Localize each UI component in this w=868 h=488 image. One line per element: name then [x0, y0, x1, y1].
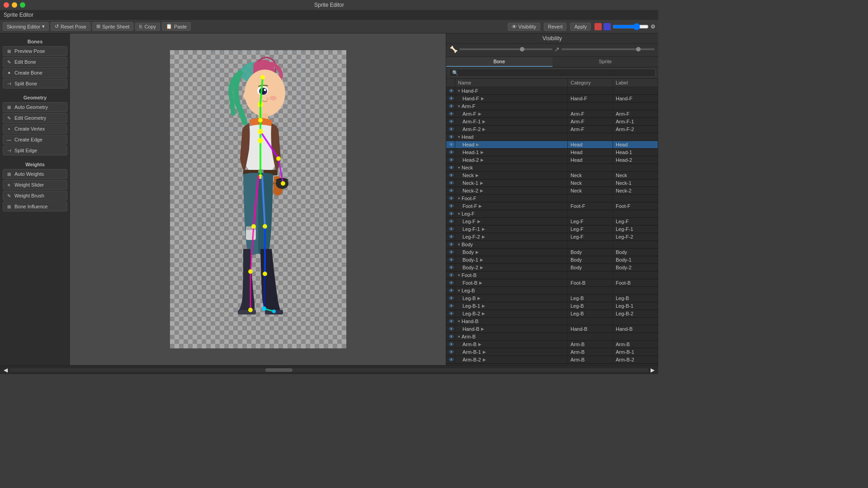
row-eye-33[interactable]: 👁	[446, 341, 455, 348]
eye-toggle-19[interactable]: 👁	[449, 234, 454, 239]
row-eye-35[interactable]: 👁	[446, 356, 455, 363]
eye-toggle-22[interactable]: 👁	[449, 257, 454, 263]
row-eye-22[interactable]: 👁	[446, 256, 455, 263]
eye-toggle-13[interactable]: 👁	[449, 188, 454, 193]
row-eye-25[interactable]: 👁	[446, 279, 455, 286]
eye-toggle-25[interactable]: 👁	[449, 280, 454, 286]
table-row[interactable]: 👁 ▾ Body	[446, 241, 658, 249]
table-row[interactable]: 👁 Arm-F-1 ▶ Arm-F Arm-F-1	[446, 118, 658, 126]
row-eye-3[interactable]: 👁	[446, 110, 455, 117]
table-row[interactable]: 👁 Head-1 ▶ Head Head-1	[446, 149, 658, 156]
eye-toggle-0[interactable]: 👁	[449, 88, 454, 94]
eye-toggle-30[interactable]: 👁	[449, 319, 454, 324]
eye-toggle-6[interactable]: 👁	[449, 134, 454, 140]
sprite-tab[interactable]: Sprite	[552, 57, 659, 67]
row-eye-0[interactable]: 👁	[446, 87, 455, 94]
eye-toggle-24[interactable]: 👁	[449, 272, 454, 278]
sprite-slider[interactable]	[561, 48, 655, 50]
eye-toggle-15[interactable]: 👁	[449, 203, 454, 209]
row-eye-7[interactable]: 👁	[446, 141, 455, 148]
row-eye-24[interactable]: 👁	[446, 272, 455, 279]
row-eye-29[interactable]: 👁	[446, 310, 455, 317]
row-eye-15[interactable]: 👁	[446, 202, 455, 210]
eye-toggle-5[interactable]: 👁	[449, 127, 454, 132]
row-eye-9[interactable]: 👁	[446, 156, 455, 164]
eye-toggle-1[interactable]: 👁	[449, 96, 454, 101]
row-eye-8[interactable]: 👁	[446, 149, 455, 156]
copy-button[interactable]: ⎘ Copy	[135, 23, 160, 31]
revert-button[interactable]: Revert	[544, 23, 566, 31]
table-row[interactable]: 👁 Head-2 ▶ Head Head-2	[446, 156, 658, 164]
row-eye-6[interactable]: 👁	[446, 133, 455, 141]
table-row[interactable]: 👁 ▾ Head	[446, 133, 658, 141]
auto-geometry-button[interactable]: ⊞ Auto Geometry	[3, 102, 67, 112]
row-eye-16[interactable]: 👁	[446, 210, 455, 217]
close-button[interactable]	[4, 2, 9, 8]
row-eye-1[interactable]: 👁	[446, 95, 455, 102]
search-input[interactable]	[449, 69, 656, 77]
table-row[interactable]: 👁 ▾ Neck	[446, 164, 658, 172]
color-swatch-blue[interactable]	[604, 23, 611, 30]
eye-toggle-34[interactable]: 👁	[449, 349, 454, 355]
table-row[interactable]: 👁 Hand-B ▶ Hand-B Hand-B	[446, 325, 658, 333]
table-row[interactable]: 👁 Leg-B ▶ Leg-B Leg-B	[446, 295, 658, 302]
eye-toggle-28[interactable]: 👁	[449, 303, 454, 309]
table-row[interactable]: 👁 Neck ▶ Neck Neck	[446, 172, 658, 179]
table-row[interactable]: 👁 Body-1 ▶ Body Body-1	[446, 256, 658, 264]
row-eye-32[interactable]: 👁	[446, 333, 455, 340]
eye-toggle-10[interactable]: 👁	[449, 165, 454, 170]
edit-bone-button[interactable]: ✎ Edit Bone	[3, 57, 67, 67]
eye-toggle-3[interactable]: 👁	[449, 111, 454, 117]
row-eye-12[interactable]: 👁	[446, 179, 455, 187]
table-row[interactable]: 👁 ▾ Leg-B	[446, 287, 658, 295]
table-row[interactable]: 👁 ▾ Hand-B	[446, 318, 658, 325]
table-row[interactable]: 👁 Leg-F ▶ Leg-F Leg-F	[446, 218, 658, 225]
eye-toggle-31[interactable]: 👁	[449, 326, 454, 332]
eye-toggle-35[interactable]: 👁	[449, 357, 454, 362]
row-eye-13[interactable]: 👁	[446, 187, 455, 194]
row-eye-26[interactable]: 👁	[446, 287, 455, 294]
table-row[interactable]: 👁 Neck-1 ▶ Neck Neck-1	[446, 179, 658, 187]
table-row[interactable]: 👁 Hand-F ▶ Hand-F Hand-F	[446, 95, 658, 103]
paste-button[interactable]: 📋 Paste	[162, 22, 191, 31]
create-vertex-button[interactable]: • Create Vertex	[3, 124, 67, 134]
row-eye-2[interactable]: 👁	[446, 103, 455, 110]
eye-toggle-23[interactable]: 👁	[449, 265, 454, 270]
weight-brush-button[interactable]: ✎ Weight Brush	[3, 191, 67, 201]
table-row[interactable]: 👁 Leg-B-1 ▶ Leg-B Leg-B-1	[446, 302, 658, 310]
eye-toggle-33[interactable]: 👁	[449, 342, 454, 347]
row-eye-21[interactable]: 👁	[446, 249, 455, 256]
eye-toggle-8[interactable]: 👁	[449, 150, 454, 155]
eye-toggle-9[interactable]: 👁	[449, 157, 454, 163]
table-row[interactable]: 👁 Arm-F ▶ Arm-F Arm-F	[446, 110, 658, 118]
reset-pose-button[interactable]: ↺ Reset Pose	[51, 22, 90, 31]
row-eye-17[interactable]: 👁	[446, 218, 455, 225]
row-eye-19[interactable]: 👁	[446, 233, 455, 240]
bone-slider[interactable]	[459, 48, 552, 50]
table-row[interactable]: 👁 Arm-B-2 ▶ Arm-B Arm-B-2	[446, 356, 658, 364]
bone-influence-button[interactable]: ⊞ Bone Influence	[3, 202, 67, 211]
row-eye-11[interactable]: 👁	[446, 172, 455, 179]
weight-slider-button[interactable]: ≡ Weight Slider	[3, 180, 67, 190]
eye-toggle-4[interactable]: 👁	[449, 119, 454, 124]
scroll-right-icon[interactable]: ▶	[651, 367, 655, 373]
row-eye-31[interactable]: 👁	[446, 325, 455, 333]
eye-toggle-17[interactable]: 👁	[449, 219, 454, 224]
table-row[interactable]: 👁 Leg-F-2 ▶ Leg-F Leg-F-2	[446, 233, 658, 241]
create-bone-button[interactable]: ✦ Create Bone	[3, 68, 67, 78]
table-row[interactable]: 👁 ▾ Arm-B	[446, 333, 658, 341]
eye-toggle-27[interactable]: 👁	[449, 296, 454, 301]
table-row[interactable]: 👁 Arm-B-1 ▶ Arm-B Arm-B-1	[446, 348, 658, 356]
eye-toggle-12[interactable]: 👁	[449, 180, 454, 186]
row-eye-14[interactable]: 👁	[446, 195, 455, 202]
table-row[interactable]: 👁 Arm-B ▶ Arm-B Arm-B	[446, 341, 658, 348]
preview-pose-button[interactable]: ⊞ Preview Pose	[3, 46, 67, 56]
sprite-sheet-button[interactable]: ⊞ Sprite Sheet	[92, 22, 134, 31]
row-eye-30[interactable]: 👁	[446, 318, 455, 325]
apply-button[interactable]: Apply	[570, 23, 591, 31]
table-row[interactable]: 👁 ▾ Foot-F	[446, 195, 658, 202]
visibility-button[interactable]: 👁 Visibility	[508, 23, 541, 31]
table-row[interactable]: 👁 Neck-2 ▶ Neck Neck-2	[446, 187, 658, 195]
eye-toggle-7[interactable]: 👁	[449, 142, 454, 147]
eye-toggle-16[interactable]: 👁	[449, 211, 454, 216]
